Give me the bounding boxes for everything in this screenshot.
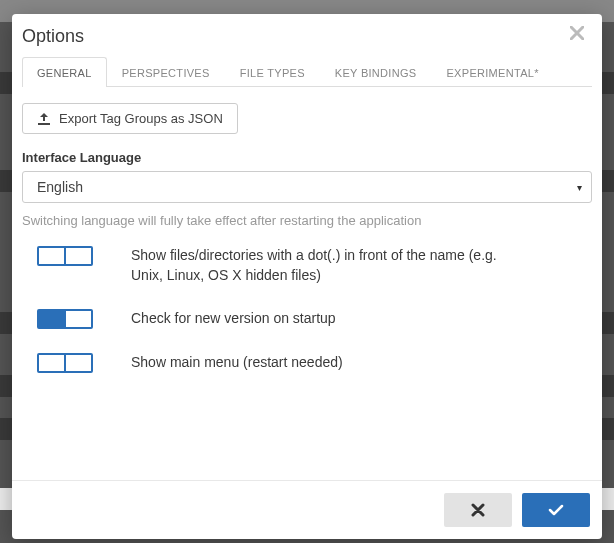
dialog-content: Export Tag Groups as JSON Interface Lang… bbox=[12, 87, 602, 480]
check-icon bbox=[548, 504, 564, 516]
cancel-button[interactable] bbox=[444, 493, 512, 527]
dialog-title: Options bbox=[22, 26, 84, 47]
interface-language-label: Interface Language bbox=[22, 150, 592, 165]
label-check-version: Check for new version on startup bbox=[131, 309, 336, 329]
close-button[interactable] bbox=[568, 26, 586, 40]
settings-rows: Show files/directories with a dot(.) in … bbox=[22, 246, 592, 373]
language-select[interactable]: English bbox=[22, 171, 592, 203]
close-icon bbox=[471, 503, 485, 517]
toggle-check-version[interactable] bbox=[37, 309, 93, 329]
dialog-header: Options bbox=[12, 14, 602, 47]
row-main-menu: Show main menu (restart needed) bbox=[22, 353, 592, 373]
label-show-hidden: Show files/directories with a dot(.) in … bbox=[131, 246, 531, 285]
tab-bar: GENERAL PERSPECTIVES FILE TYPES KEY BIND… bbox=[22, 57, 592, 87]
tab-perspectives[interactable]: PERSPECTIVES bbox=[107, 57, 225, 87]
tab-keybindings[interactable]: KEY BINDINGS bbox=[320, 57, 432, 87]
tab-general[interactable]: GENERAL bbox=[22, 57, 107, 87]
upload-icon bbox=[37, 113, 51, 125]
ok-button[interactable] bbox=[522, 493, 590, 527]
options-dialog: Options GENERAL PERSPECTIVES FILE TYPES … bbox=[12, 14, 602, 539]
dialog-footer bbox=[12, 480, 602, 539]
tab-filetypes[interactable]: FILE TYPES bbox=[225, 57, 320, 87]
tab-experimental[interactable]: EXPERIMENTAL* bbox=[431, 57, 553, 87]
row-check-version: Check for new version on startup bbox=[22, 309, 592, 329]
svg-rect-0 bbox=[38, 123, 50, 125]
export-tag-groups-button[interactable]: Export Tag Groups as JSON bbox=[22, 103, 238, 134]
close-icon bbox=[570, 26, 584, 40]
label-main-menu: Show main menu (restart needed) bbox=[131, 353, 343, 373]
language-hint: Switching language will fully take effec… bbox=[22, 213, 592, 228]
export-button-label: Export Tag Groups as JSON bbox=[59, 111, 223, 126]
language-select-wrap: English bbox=[22, 171, 592, 203]
toggle-show-hidden[interactable] bbox=[37, 246, 93, 266]
row-show-hidden: Show files/directories with a dot(.) in … bbox=[22, 246, 592, 285]
toggle-main-menu[interactable] bbox=[37, 353, 93, 373]
